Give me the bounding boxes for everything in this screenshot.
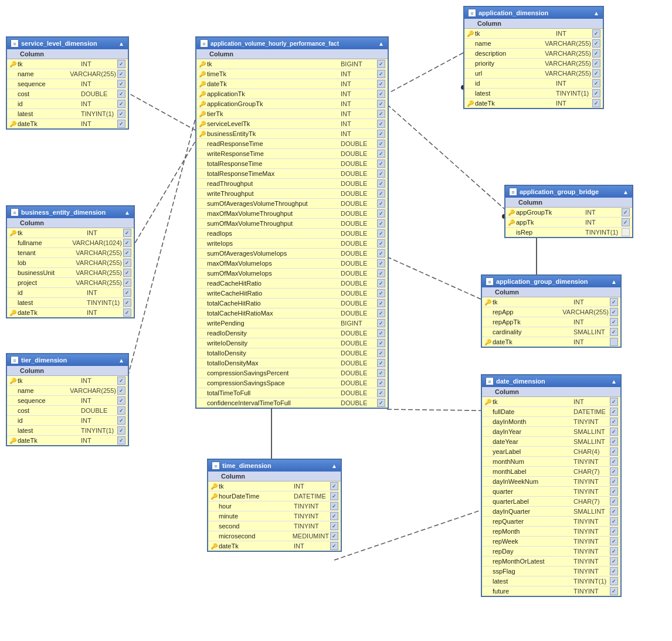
table-row: repQuarter TINYINT ✓ xyxy=(482,517,620,527)
table-row: totalCacheHitRatio DOUBLE ✓ xyxy=(196,299,388,308)
table-row: sumOfAveragesVolumeThroughput DOUBLE ✓ xyxy=(196,199,388,209)
table-row: maxOfMaxVolumeIops DOUBLE ✓ xyxy=(196,259,388,269)
table-header-time-dimension: ≡ time_dimension ▲ xyxy=(208,460,341,472)
table-row: repMonthOrLatest TINYINT ✓ xyxy=(482,557,620,567)
table-application-group-dimension: ≡ application_group_dimension ▲ Column 🔑… xyxy=(481,274,622,348)
table-row: dateYear SMALLINT ✓ xyxy=(482,437,620,447)
table-icon: ≡ xyxy=(11,39,19,48)
table-row: 🔑 dateTk INT ✓ xyxy=(464,99,603,108)
svg-line-3 xyxy=(387,53,463,94)
fk-icon: 🔑 xyxy=(9,120,16,127)
table-header-application-group-dimension: ≡ application_group_dimension ▲ xyxy=(482,276,620,287)
pk-icon: 🔑 xyxy=(9,60,16,67)
table-row: sequence INT ✓ xyxy=(7,79,128,89)
table-row: repMonth TINYINT ✓ xyxy=(482,527,620,537)
table-row: 🔑 dateTk INT ✓ xyxy=(208,541,341,551)
table-row: latest TINYINT(1) ✓ xyxy=(482,576,620,586)
svg-line-4 xyxy=(387,104,504,209)
table-row: latest TINYINT(1) ✓ xyxy=(7,109,128,119)
table-business-entity-dimension: ≡ business_entity_dimension ▲ Column 🔑 t… xyxy=(6,205,135,318)
table-row: 🔑 tk BIGINT ✓ xyxy=(196,59,388,69)
col-header: Column xyxy=(464,19,603,29)
svg-line-11 xyxy=(334,510,481,560)
svg-line-7 xyxy=(387,257,481,299)
table-tier-dimension: ≡ tier_dimension ▲ Column 🔑 tk INT ✓ nam… xyxy=(6,353,129,446)
table-row: 🔑 tk INT ✓ xyxy=(482,297,620,307)
table-row: cost DOUBLE ✓ xyxy=(7,89,128,99)
svg-line-1 xyxy=(124,141,195,261)
table-row: 🔑 tk INT ✓ xyxy=(464,29,603,39)
table-row: 🔑 tk INT ✓ xyxy=(7,228,134,238)
table-row: description VARCHAR(255) ✓ xyxy=(464,49,603,59)
table-row: cost DOUBLE ✓ xyxy=(7,406,128,416)
table-row: readIoDensity DOUBLE ✓ xyxy=(196,328,388,338)
table-row: 🔑 dateTk INT ✓ xyxy=(7,119,128,128)
table-row: 🔑 appTk INT ✓ xyxy=(505,218,632,228)
table-row: 🔑 dateTk INT ✓ xyxy=(7,436,128,445)
col-header: Column xyxy=(7,49,128,59)
table-row: writePending BIGINT ✓ xyxy=(196,318,388,328)
table-row: confidenceIntervalTimeToFull DOUBLE ✓ xyxy=(196,398,388,408)
table-row: 🔑 hourDateTime DATETIME ✓ xyxy=(208,491,341,501)
table-row: tenant VARCHAR(255) ✓ xyxy=(7,248,134,258)
diagram-canvas: ≡ service_level_dimension ▲ Column 🔑 tk … xyxy=(0,0,672,641)
table-row: latest TINYINT(1) ✓ xyxy=(7,426,128,436)
table-row: latest TINYINT(1) ✓ xyxy=(7,298,134,308)
svg-line-0 xyxy=(124,91,195,130)
table-row: totalCacheHitRatioMax DOUBLE ✓ xyxy=(196,308,388,318)
table-row: writeResponseTime DOUBLE ✓ xyxy=(196,149,388,159)
table-row: name VARCHAR(255) ✓ xyxy=(7,69,128,79)
table-row: quarter TINYINT ✓ xyxy=(482,487,620,497)
col-header: Column xyxy=(7,218,134,228)
table-row: compressionSavingsPercent DOUBLE ✓ xyxy=(196,368,388,378)
table-row: 🔑 applicationGroupTk INT ✓ xyxy=(196,99,388,109)
table-row: readResponseTime DOUBLE ✓ xyxy=(196,139,388,149)
table-row: 🔑 tk INT ✓ xyxy=(208,481,341,491)
table-row: lob VARCHAR(255) ✓ xyxy=(7,258,134,268)
table-row: id INT ✓ xyxy=(7,416,128,426)
table-row: writeCacheHitRatio DOUBLE ✓ xyxy=(196,289,388,299)
table-row: totalResponseTime DOUBLE ✓ xyxy=(196,159,388,169)
table-row: 🔑 serviceLevelTk INT ✓ xyxy=(196,119,388,129)
table-row: second TINYINT ✓ xyxy=(208,521,341,531)
col-header: Column xyxy=(208,472,341,481)
table-row: writeIops DOUBLE ✓ xyxy=(196,239,388,249)
table-row: businessUnit VARCHAR(255) ✓ xyxy=(7,268,134,278)
table-row: 🔑 timeTk INT ✓ xyxy=(196,69,388,79)
table-row: url VARCHAR(255) ✓ xyxy=(464,69,603,79)
table-date-dimension: ≡ date_dimension ▲ Column 🔑 tk INT ✓ ful… xyxy=(481,374,622,597)
table-row: totalIoDensityMax DOUBLE ✓ xyxy=(196,358,388,368)
table-fact: ≡ application_volume_hourly_performance_… xyxy=(195,36,389,409)
table-row: project VARCHAR(255) ✓ xyxy=(7,278,134,288)
table-row: latest TINYINT(1) ✓ xyxy=(464,89,603,99)
table-row: sspFlag TINYINT ✓ xyxy=(482,567,620,576)
table-header-application-group-bridge: ≡ application_group_bridge ▲ xyxy=(505,186,632,198)
table-row: sequence INT ✓ xyxy=(7,396,128,406)
table-header-tier-dimension: ≡ tier_dimension ▲ xyxy=(7,354,128,366)
table-row: yearLabel CHAR(4) ✓ xyxy=(482,447,620,457)
col-header: Column xyxy=(505,198,632,208)
table-row: id INT ✓ xyxy=(7,288,134,298)
table-row: 🔑 tierTk INT ✓ xyxy=(196,109,388,119)
table-header-service-level-dimension: ≡ service_level_dimension ▲ xyxy=(7,38,128,49)
col-header: Column xyxy=(482,387,620,397)
table-header-application-dimension: ≡ application_dimension ▲ xyxy=(464,7,603,19)
table-row: 🔑 dateTk INT ✓ xyxy=(196,79,388,89)
col-header: Column xyxy=(196,49,388,59)
table-row: repDay TINYINT ✓ xyxy=(482,547,620,557)
table-application-group-bridge: ≡ application_group_bridge ▲ Column 🔑 ap… xyxy=(504,185,633,238)
table-row: readIops DOUBLE ✓ xyxy=(196,229,388,239)
table-row: readThroughput DOUBLE ✓ xyxy=(196,179,388,189)
table-row: cardinality SMALLINT ✓ xyxy=(482,327,620,337)
table-row: 🔑 businessEntityTk INT ✓ xyxy=(196,129,388,139)
table-row: dayInWeekNum TINYINT ✓ xyxy=(482,477,620,487)
table-row: 🔑 tk INT ✓ xyxy=(7,376,128,386)
col-header: Column xyxy=(7,366,128,376)
col-header: Column xyxy=(482,287,620,297)
table-row: id INT ✓ xyxy=(7,99,128,109)
table-row: name VARCHAR(255) ✓ xyxy=(7,386,128,396)
table-header-business-entity-dimension: ≡ business_entity_dimension ▲ xyxy=(7,206,134,218)
table-row: quarterLabel CHAR(7) ✓ xyxy=(482,497,620,507)
table-row: future TINYINT ✓ xyxy=(482,586,620,596)
table-row: repWeek TINYINT ✓ xyxy=(482,537,620,547)
